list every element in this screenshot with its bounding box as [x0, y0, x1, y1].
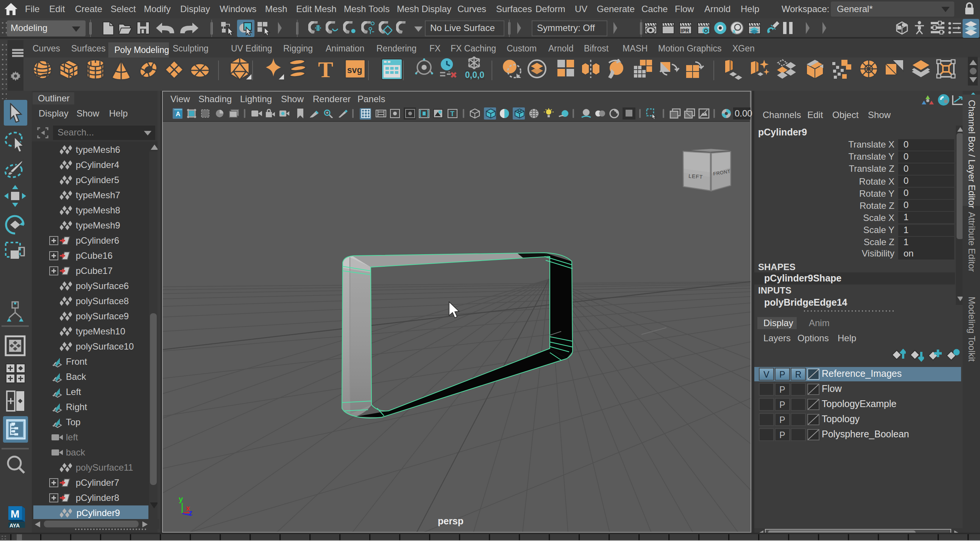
svg-text:AYA: AYA — [10, 522, 20, 528]
svg-text:T: T — [318, 57, 333, 80]
svg-text:persp: persp — [438, 516, 463, 526]
svg-text:M: M — [11, 508, 19, 520]
svg-text:0,0,0: 0,0,0 — [465, 70, 484, 80]
svg-text:LEFT: LEFT — [689, 173, 703, 180]
svg-text:IPR: IPR — [681, 28, 689, 34]
svg-text:z: z — [189, 508, 192, 517]
svg-text:svg: svg — [347, 65, 363, 75]
svg-text:T: T — [450, 110, 454, 117]
svg-text:x: x — [732, 28, 736, 35]
svg-text:A: A — [176, 111, 180, 117]
svg-text:y: y — [179, 495, 183, 503]
